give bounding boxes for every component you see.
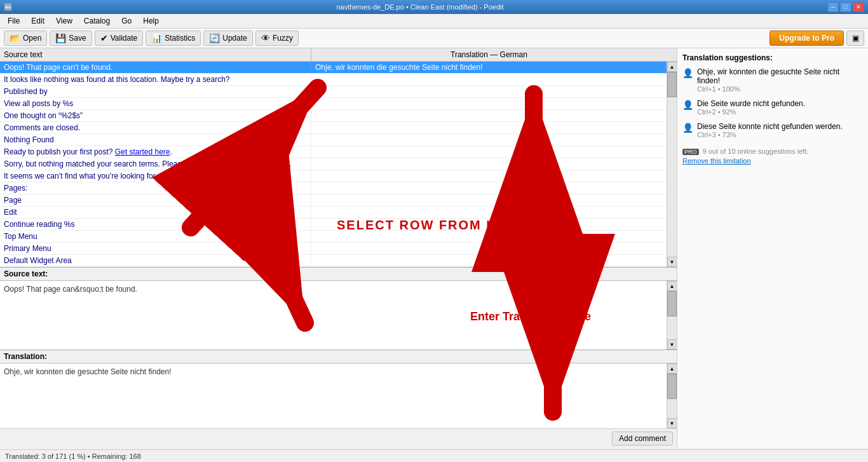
cell-translation xyxy=(311,86,667,97)
statusbar-text: Translated: 3 of 171 (1 %) • Remaining: … xyxy=(5,452,141,460)
cell-translation xyxy=(311,134,667,146)
cell-translation xyxy=(311,170,667,182)
suggestion-item[interactable]: 👤 Diese Seite konnte nicht gefunden werd… xyxy=(682,122,863,139)
suggestion-meta-1: Ctrl+1 • 100% xyxy=(697,85,863,93)
cell-source: Sorry, but nothing matched your search t… xyxy=(0,158,311,170)
cell-source: Ready to publish your first post? Get st… xyxy=(0,146,311,158)
minimize-button[interactable]: ─ xyxy=(827,2,839,12)
source-scroll-up[interactable]: ▲ xyxy=(667,281,677,291)
suggestion-item[interactable]: 👤 Die Seite wurde nicht gefunden. Ctrl+2… xyxy=(682,99,863,116)
table-row[interactable]: Edit xyxy=(0,207,667,219)
suggestion-content-2: Die Seite wurde nicht gefunden. Ctrl+2 •… xyxy=(697,99,805,116)
suggestion-icon-3: 👤 xyxy=(682,123,693,133)
translation-input[interactable] xyxy=(0,363,667,428)
menu-go[interactable]: Go xyxy=(116,15,137,27)
left-panel: Source text Translation — German Oops! T… xyxy=(0,48,677,448)
suggestion-meta-2: Ctrl+2 • 92% xyxy=(697,108,805,116)
scroll-up-button[interactable]: ▲ xyxy=(667,62,677,72)
cell-translation xyxy=(311,182,667,194)
table-area: Source text Translation — German Oops! T… xyxy=(0,48,677,268)
statistics-button[interactable]: 📊 Statistics xyxy=(146,31,201,46)
titlebar-title: navthemes-de_DE.po • Clean East (modifie… xyxy=(336,3,503,11)
table-row[interactable]: Sorry, but nothing matched your search t… xyxy=(0,158,667,170)
translation-scrollbar[interactable]: ▲ ▼ xyxy=(667,363,677,428)
cell-translation xyxy=(311,207,667,218)
suggestion-text-1: Ohje, wir konnten die gesuchte Seite nic… xyxy=(697,67,863,85)
table-row[interactable]: View all posts by %s xyxy=(0,98,667,110)
cell-source: Page xyxy=(0,194,311,206)
suggestion-meta-3: Ctrl+3 • 73% xyxy=(697,131,843,139)
source-scrollbar[interactable]: ▲ ▼ xyxy=(667,281,677,350)
table-row[interactable]: Comments are closed. xyxy=(0,122,667,134)
cell-translation xyxy=(311,194,667,206)
source-content: Oops! That page can&rsquo;t be found. xyxy=(0,281,667,350)
save-icon: 💾 xyxy=(55,33,66,43)
cell-translation xyxy=(311,231,667,242)
open-icon: 📂 xyxy=(10,33,20,43)
pro-notice: PRO 9 out of 10 online suggestions left. xyxy=(682,147,863,155)
source-scroll-down[interactable]: ▼ xyxy=(667,339,677,350)
cell-source: Nothing Found xyxy=(0,134,311,146)
add-comment-button[interactable]: Add comment xyxy=(612,431,673,445)
validate-icon: ✔ xyxy=(100,33,108,43)
menu-view[interactable]: View xyxy=(51,15,78,27)
update-icon: 🔄 xyxy=(209,33,220,43)
upgrade-button[interactable]: Upgrade to Pro xyxy=(770,31,844,46)
trans-scroll-down[interactable]: ▼ xyxy=(667,418,677,428)
fuzzy-button[interactable]: 👁 Fuzzy xyxy=(255,31,299,46)
table-row[interactable]: It looks like nothing was found at this … xyxy=(0,74,667,86)
table-row[interactable]: Published by xyxy=(0,86,667,98)
table-row[interactable]: Page xyxy=(0,194,667,207)
cell-source: Published by xyxy=(0,86,311,97)
validate-button[interactable]: ✔ Validate xyxy=(95,31,143,46)
cell-translation xyxy=(311,98,667,109)
suggestion-text-2: Die Seite wurde nicht gefunden. xyxy=(697,99,805,108)
cell-source: It looks like nothing was found at this … xyxy=(0,74,311,85)
scroll-track[interactable] xyxy=(667,72,677,257)
source-label: Source text: xyxy=(0,268,677,281)
scroll-thumb[interactable] xyxy=(667,72,677,97)
table-row[interactable]: Continue reading %s xyxy=(0,219,667,231)
trans-scroll-up[interactable]: ▲ xyxy=(667,363,677,374)
suggestion-text-3: Diese Seite konnte nicht gefunden werden… xyxy=(697,122,843,131)
close-button[interactable]: ✕ xyxy=(853,2,864,12)
cell-source: Primary Menu xyxy=(0,243,311,254)
menu-help[interactable]: Help xyxy=(138,15,164,27)
translation-text-area: Translation: ▲ ▼ Add comment xyxy=(0,350,677,448)
suggestion-item[interactable]: 👤 Ohje, wir konnten die gesuchte Seite n… xyxy=(682,67,863,93)
cell-translation xyxy=(311,219,667,230)
add-comment-area: Add comment xyxy=(0,428,677,448)
menubar: File Edit View Catalog Go Help xyxy=(0,14,868,29)
menu-file[interactable]: File xyxy=(3,15,25,27)
table-row[interactable]: Top Menu xyxy=(0,231,667,243)
table-scrollbar[interactable]: ▲ ▼ xyxy=(667,62,677,267)
table-row[interactable]: Nothing Found xyxy=(0,134,667,146)
table-row[interactable]: Oops! That page can’t be found. Ohje, wi… xyxy=(0,62,667,74)
table-row[interactable]: One thought on “%2$s” xyxy=(0,110,667,122)
cell-source: One thought on “%2$s” xyxy=(0,110,311,121)
table-row[interactable]: It seems we can’t find what you’re looki… xyxy=(0,170,667,182)
open-button[interactable]: 📂 Open xyxy=(4,31,47,46)
update-button[interactable]: 🔄 Update xyxy=(203,31,253,46)
menu-catalog[interactable]: Catalog xyxy=(79,15,115,27)
cell-translation xyxy=(311,158,667,170)
cell-translation xyxy=(311,243,667,254)
table-row[interactable]: Pages: xyxy=(0,182,667,194)
remove-limitation-link[interactable]: Remove this limitation xyxy=(682,157,751,165)
cell-source: View all posts by %s xyxy=(0,98,311,109)
menu-edit[interactable]: Edit xyxy=(26,15,50,27)
table-row[interactable]: Default Widget Area xyxy=(0,255,667,267)
save-button[interactable]: 💾 Save xyxy=(50,31,92,46)
scroll-down-button[interactable]: ▼ xyxy=(667,257,677,267)
suggestion-icon-1: 👤 xyxy=(682,68,693,78)
maximize-button[interactable]: □ xyxy=(840,2,851,12)
main-area: Source text Translation — German Oops! T… xyxy=(0,48,868,448)
statistics-icon: 📊 xyxy=(151,33,162,43)
translation-label: Translation: xyxy=(0,350,677,363)
cell-source: Default Widget Area xyxy=(0,255,311,266)
table-row[interactable]: Primary Menu xyxy=(0,243,667,255)
layout-button[interactable]: ▣ xyxy=(846,31,864,46)
cell-source: Continue reading %s xyxy=(0,219,311,230)
table-row[interactable]: Ready to publish your first post? Get st… xyxy=(0,146,667,158)
cell-source: Pages: xyxy=(0,182,311,194)
